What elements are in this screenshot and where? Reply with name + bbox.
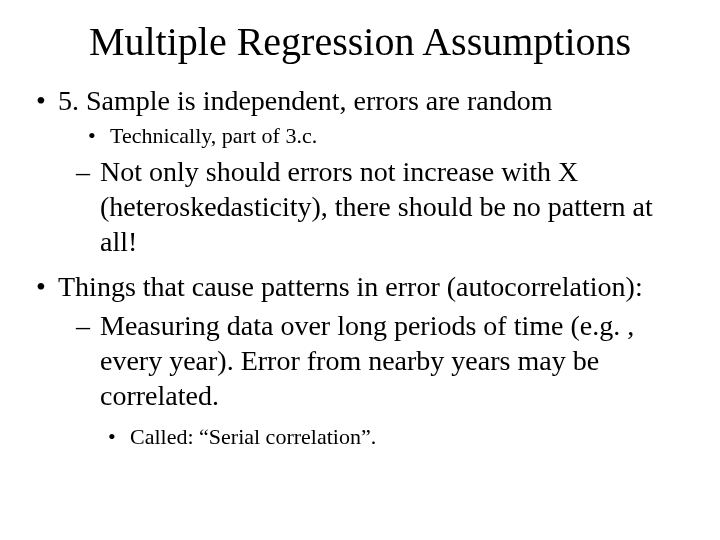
dash-time-series: Measuring data over long periods of time…: [30, 308, 690, 413]
slide: Multiple Regression Assumptions 5. Sampl…: [0, 0, 720, 540]
subbullet-technically: Technically, part of 3.c.: [30, 122, 690, 150]
subbullet-serial-correlation: Called: “Serial correlation”.: [30, 423, 690, 451]
bullet-assumption-5: 5. Sample is independent, errors are ran…: [30, 83, 690, 118]
bullet-autocorrelation: Things that cause patterns in error (aut…: [30, 269, 690, 304]
slide-title: Multiple Regression Assumptions: [30, 18, 690, 65]
dash-heteroskedasticity: Not only should errors not increase with…: [30, 154, 690, 259]
